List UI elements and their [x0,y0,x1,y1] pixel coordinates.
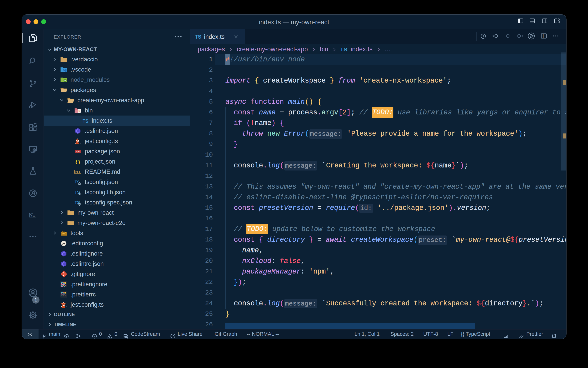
svg-text:10: 10 [79,111,80,113]
svg-text:npm: npm [76,150,80,153]
svg-text:N: N [29,212,33,218]
svg-text:TS: TS [83,119,88,124]
svg-text:{ }: { } [76,159,80,164]
svg-text:JS: JS [64,80,66,82]
svg-text:»: » [33,213,35,218]
